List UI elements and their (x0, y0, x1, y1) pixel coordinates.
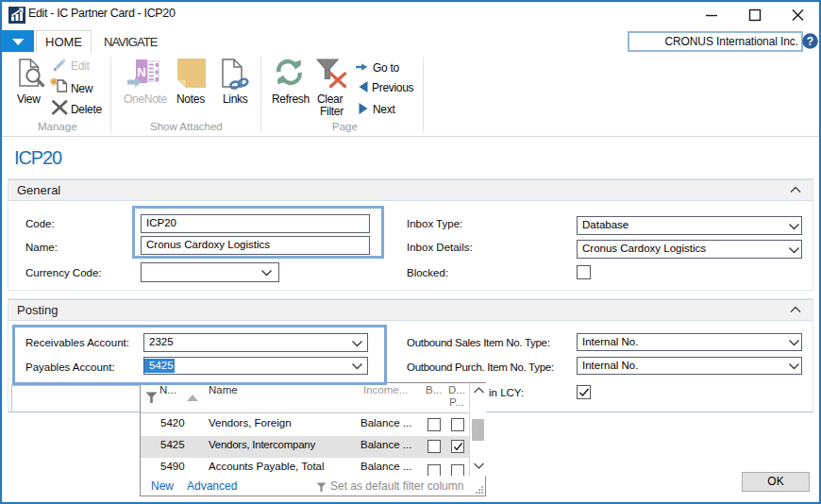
svg-text:N: N (137, 65, 145, 79)
svg-text:?: ? (807, 35, 813, 48)
